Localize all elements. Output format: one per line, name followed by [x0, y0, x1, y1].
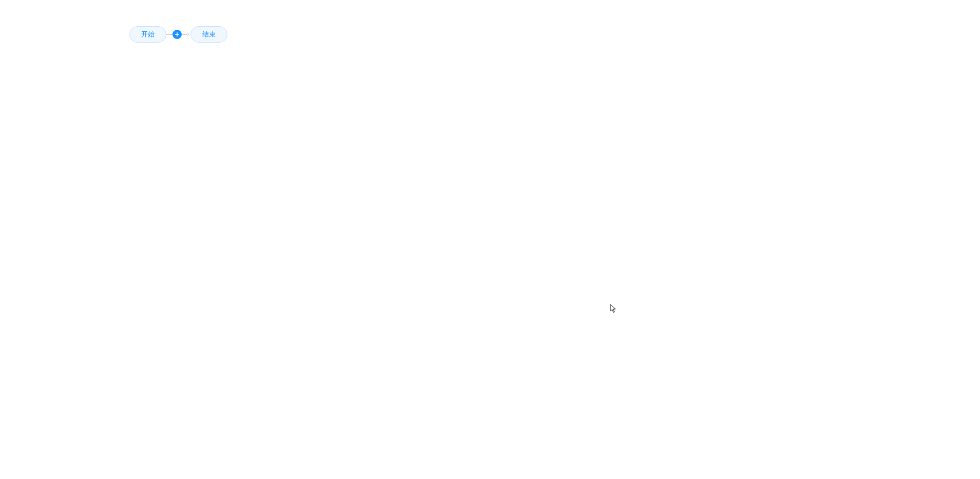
cursor-icon	[610, 304, 617, 315]
start-node-label: 开始	[141, 30, 155, 39]
end-node[interactable]: 结束	[190, 26, 227, 43]
connector	[166, 30, 190, 39]
add-node-button[interactable]	[172, 30, 182, 39]
arrow-head-icon	[186, 32, 190, 36]
start-node[interactable]: 开始	[129, 26, 166, 43]
flow-canvas[interactable]: 开始 结束	[129, 26, 227, 43]
connector-line-left	[166, 34, 172, 35]
plus-icon	[175, 30, 180, 39]
end-node-label: 结束	[202, 30, 216, 39]
